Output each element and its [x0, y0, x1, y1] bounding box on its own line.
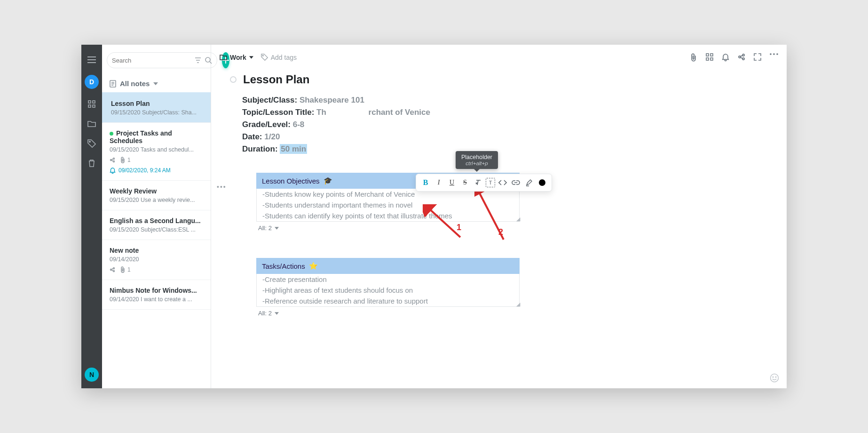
strikethrough-button[interactable]: S [459, 177, 471, 188]
block-body[interactable]: -Create presentation -Highlight areas of… [256, 274, 520, 307]
notes-list-header[interactable]: All notes [102, 73, 211, 93]
svg-rect-1 [93, 101, 95, 103]
note-item[interactable]: New note 09/14/2020 1 [102, 240, 211, 280]
field-topic[interactable]: Topic/Lesson Title: The Merchant of Veni… [242, 108, 768, 117]
status-dot-icon [110, 132, 113, 136]
topbar-tools [690, 53, 778, 62]
document[interactable]: Lesson Plan Subject/Class: Shakespeare 1… [211, 70, 787, 338]
color-button[interactable] [537, 177, 548, 188]
list-item: -Students understand important themes in… [257, 200, 519, 210]
underline-button[interactable]: U [446, 177, 458, 188]
field-grade[interactable]: Grade/Level: 6-8 [242, 120, 768, 129]
block-body[interactable]: -Students know key points of Merchant of… [256, 189, 520, 222]
svg-point-21 [770, 53, 772, 55]
note-item[interactable]: Nimbus Note for Windows... 09/14/2020 I … [102, 280, 211, 310]
note-item[interactable]: Lesson Plan 09/15/2020 Subject/Class: Sh… [102, 93, 211, 123]
svg-point-25 [773, 377, 773, 377]
chevron-down-icon [275, 227, 279, 230]
tag-icon[interactable] [87, 139, 96, 148]
clear-format-button[interactable] [473, 177, 484, 188]
resize-handle-icon[interactable]: ◢ [516, 301, 520, 307]
search-input[interactable] [112, 57, 191, 64]
trash-icon[interactable] [87, 159, 96, 168]
bold-button[interactable]: B [420, 177, 431, 188]
code-button[interactable] [497, 177, 508, 188]
list-item: -Create presentation [257, 274, 519, 285]
field-duration[interactable]: Duration: 50 min [242, 144, 768, 154]
share-icon[interactable] [738, 53, 745, 62]
reminder: 09/02/2020, 9:24 AM [110, 167, 203, 174]
svg-rect-0 [88, 101, 91, 103]
block-footer[interactable]: All: 2 [256, 222, 520, 234]
note-icon [110, 80, 116, 88]
resize-handle-icon[interactable]: ◢ [516, 216, 520, 222]
list-item: -Highlight areas of text students should… [257, 285, 519, 296]
share-icon [110, 267, 115, 273]
field-subject[interactable]: Subject/Class: Shakespeare 101 [242, 96, 768, 105]
menu-icon[interactable] [87, 55, 96, 64]
bell-icon [110, 168, 116, 174]
folder-icon [220, 54, 227, 61]
folder-icon[interactable] [87, 119, 96, 128]
italic-button[interactable]: I [433, 177, 444, 188]
fullscreen-icon[interactable] [754, 53, 761, 62]
task-bullet-icon[interactable] [230, 76, 237, 83]
left-rail: D N [81, 45, 102, 388]
svg-point-24 [771, 374, 779, 382]
note-title: New note [110, 247, 203, 254]
svg-point-26 [775, 377, 776, 377]
tooltip-shortcut: ctrl+alt+p [461, 160, 492, 166]
note-title: Project Tasks and Schedules [110, 129, 203, 144]
topbar: Work Add tags [211, 45, 787, 70]
highlight-button[interactable] [523, 177, 535, 188]
svg-rect-14 [706, 54, 709, 56]
apps-icon[interactable] [87, 99, 96, 109]
breadcrumb-folder[interactable]: Work [220, 54, 253, 61]
apps-icon[interactable] [706, 53, 713, 62]
formatting-toolbar: B I U S T [416, 174, 552, 192]
tooltip: Placeholder ctrl+alt+p [456, 151, 498, 169]
note-title: Lesson Plan [111, 100, 203, 107]
list-item: -Students can identify key points of tex… [257, 210, 519, 221]
placeholder-button[interactable]: T [486, 178, 495, 187]
search-box[interactable] [107, 52, 217, 68]
app-window: D N All notes [81, 45, 787, 388]
svg-point-22 [773, 53, 775, 55]
note-item[interactable]: Project Tasks and Schedules 09/15/2020 T… [102, 123, 211, 181]
add-tags-button[interactable]: Add tags [261, 54, 297, 61]
attach-icon[interactable] [690, 53, 697, 62]
field-date[interactable]: Date: 1/20 [242, 132, 768, 142]
more-icon[interactable] [770, 53, 778, 62]
star-icon: ⭐ [309, 262, 318, 270]
avatar[interactable]: D [85, 75, 99, 89]
svg-rect-15 [710, 54, 713, 56]
block-footer[interactable]: All: 2 [256, 307, 520, 320]
page-title: Lesson Plan [230, 73, 768, 86]
editor-area: Work Add tags Lesson Plan Subject/Class:… [211, 45, 787, 388]
link-button[interactable] [510, 177, 521, 188]
block-header-tasks[interactable]: Tasks/Actions ⭐ [256, 258, 520, 274]
svg-rect-2 [88, 105, 91, 107]
tag-icon [261, 54, 268, 61]
gradcap-icon: 🎓 [324, 176, 332, 185]
note-item[interactable]: Weekly Review 09/15/2020 Use a weekly re… [102, 181, 211, 210]
note-title: English as a Second Langu... [110, 217, 203, 225]
note-preview: 09/15/2020 Tasks and schedul... [110, 146, 203, 153]
svg-point-4 [89, 141, 90, 142]
filter-icon[interactable] [195, 57, 201, 64]
bell-icon[interactable] [722, 53, 729, 62]
color-dot-icon [539, 179, 545, 186]
chevron-down-icon [153, 82, 158, 85]
sidebar: All notes Lesson Plan 09/15/2020 Subject… [102, 45, 211, 388]
emoji-button[interactable] [770, 373, 779, 383]
chevron-down-icon [249, 56, 253, 59]
note-item[interactable]: English as a Second Langu... 09/15/2020 … [102, 210, 211, 240]
selected-text[interactable]: 50 min [280, 144, 307, 154]
svg-point-13 [262, 55, 263, 56]
annotation-number: 2 [498, 227, 503, 237]
block-handle-icon[interactable]: ••• [217, 183, 227, 191]
note-preview: 09/15/2020 Use a weekly revie... [110, 197, 203, 203]
tooltip-title: Placeholder [461, 154, 492, 160]
note-title: Nimbus Note for Windows... [110, 287, 203, 294]
note-title: Weekly Review [110, 187, 203, 195]
